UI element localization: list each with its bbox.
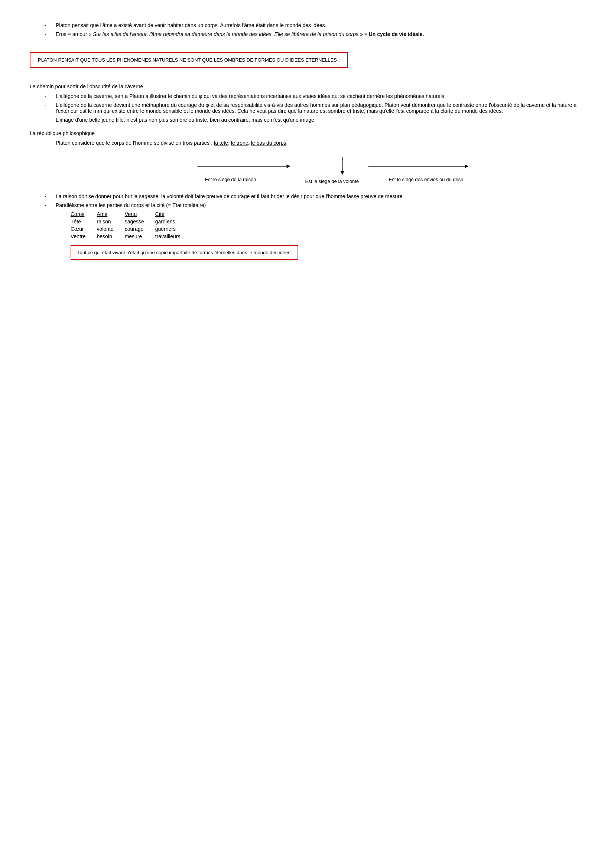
table-head: Corps Ame Vertu Cité (71, 211, 192, 218)
republique-bullets: - Platon considère que le corps de l'hom… (30, 140, 584, 260)
dash-icon: - (45, 117, 52, 123)
list-item: - L'image d'une belle jeune fille, n'est… (30, 117, 584, 123)
cell: Tête (71, 218, 96, 225)
italic-text: Sur les ailes de l'amour, l'âme rejoindr… (93, 31, 363, 37)
parallelisme-block: Parallélisme entre les parties du corps … (56, 202, 298, 260)
list-item-raison: - La raison doit se donner pour but la s… (30, 193, 584, 199)
list-item: - Eros = amour « Sur les ailes de l'amou… (30, 31, 584, 37)
cell: courage (125, 225, 155, 232)
diagram-svg: Est le siège de la raison Est le siège d… (71, 150, 584, 187)
cell: travailleurs (155, 232, 192, 240)
parallelisme-text: Parallélisme entre les parties du corps … (56, 202, 206, 208)
dash-icon: - (45, 102, 52, 114)
dash-icon: - (45, 93, 52, 99)
bullet-text: La raison doit se donner pour but la sag… (56, 193, 404, 199)
bullet-text: Platon considère que le corps de l'homme… (56, 140, 288, 146)
section-caverne-title: Le chemin pour sortir de l'obscurité de … (30, 84, 584, 90)
cell: mesure (125, 232, 155, 240)
svg-text:Est le siège de la volonté: Est le siège de la volonté (305, 178, 359, 184)
cell: besoin (96, 232, 124, 240)
cell: sagesse (125, 218, 155, 225)
dash-icon: - (45, 193, 52, 199)
list-item: - L'allégorie de la caverne devient une … (30, 102, 584, 114)
table-row: Ventre besoin mesure travailleurs (71, 232, 192, 240)
cell: Cœur (71, 225, 96, 232)
dash-icon: - (45, 202, 52, 260)
cell: gardiens (155, 218, 192, 225)
table-row: Cœur volonté courage guerriers (71, 225, 192, 232)
bullet-text: Eros = amour « Sur les ailes de l'amour,… (56, 31, 424, 37)
diagram-container: Est le siège de la raison Est le siège d… (71, 150, 584, 187)
list-item-divisions: - Platon considère que le corps de l'hom… (30, 140, 584, 191)
bullet-text: Platon pensait que l'âme a existé avant … (56, 22, 326, 28)
dash-icon: - (45, 22, 52, 28)
svg-marker-3 (340, 171, 344, 175)
red-box-main: PLATON PENSAIT QUE TOUS LES PHENOMENES N… (30, 52, 348, 68)
caverne-bullets: - L'allégorie de la caverne, sert a Plat… (30, 93, 584, 123)
red-box-small: Tout ce qui était vivant n'était qu'une … (71, 245, 298, 260)
list-item: - Platon pensait que l'âme a existé avan… (30, 22, 584, 28)
table-body: Tête raison sagesse gardiens Cœur volont… (71, 218, 192, 240)
bullet-text: L'allégorie de la caverne, sert a Platon… (56, 93, 446, 99)
col-corps: Corps (71, 211, 96, 218)
cell: raison (96, 218, 124, 225)
svg-text:Est le siège de la raison: Est le siège de la raison (205, 177, 256, 182)
section-republique-title: La république philosophique (30, 130, 584, 136)
bullet-text: L'image d'une belle jeune fille, n'est p… (56, 117, 316, 123)
list-item: - L'allégorie de la caverne, sert a Plat… (30, 93, 584, 99)
dash-icon: - (45, 31, 52, 37)
cell: guerriers (155, 225, 192, 232)
divisions-block: Platon considère que le corps de l'homme… (56, 140, 584, 191)
list-item-parallelisme: - Parallélisme entre les parties du corp… (30, 202, 584, 260)
underline-tete: la tête (214, 140, 228, 146)
cell: volonté (96, 225, 124, 232)
col-vertu: Vertu (125, 211, 155, 218)
svg-marker-1 (287, 164, 291, 168)
svg-text:Est le siège des envies ou du : Est le siège des envies ou du désir (389, 177, 464, 182)
cell: Ventre (71, 232, 96, 240)
parallel-table: Corps Ame Vertu Cité Tête raison sagesse… (71, 211, 298, 260)
col-ame: Ame (96, 211, 124, 218)
table: Corps Ame Vertu Cité Tête raison sagesse… (71, 211, 192, 240)
col-cite: Cité (155, 211, 192, 218)
svg-marker-5 (465, 164, 469, 168)
bold-text: Un cycle de vie idéale. (369, 31, 424, 37)
underline-tronc: le tronc (231, 140, 248, 146)
table-row: Tête raison sagesse gardiens (71, 218, 192, 225)
bullet-text: L'allégorie de la caverne devient une mé… (56, 102, 584, 114)
dash-icon: - (45, 140, 52, 191)
table-header-row: Corps Ame Vertu Cité (71, 211, 192, 218)
intro-bullets: - Platon pensait que l'âme a existé avan… (30, 22, 584, 37)
underline-bas: le bas du corps (251, 140, 286, 146)
